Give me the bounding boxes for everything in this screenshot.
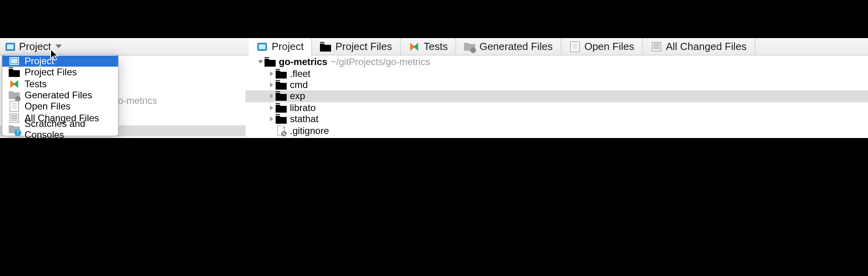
- tests-icon: [409, 41, 420, 52]
- folder-icon: [265, 56, 276, 67]
- left-header: Project: [0, 38, 246, 56]
- tab-label: Project Files: [335, 40, 392, 52]
- dropdown-item-label: Scratches and Consoles: [25, 118, 112, 138]
- dropdown-item[interactable]: Tests: [2, 78, 118, 90]
- tab[interactable]: Tests: [401, 38, 457, 55]
- right-pane: ProjectProject FilesTestsGenerated Files…: [246, 38, 868, 138]
- tab-label: All Changed Files: [666, 40, 746, 52]
- folder-icon: [276, 102, 287, 113]
- view-tabs: ProjectProject FilesTestsGenerated Files…: [249, 38, 755, 55]
- chevron-down-icon: [56, 44, 62, 48]
- caret-right-icon[interactable]: [268, 70, 276, 77]
- folder-icon: [9, 67, 20, 78]
- caret-right-icon[interactable]: [268, 82, 276, 88]
- tree-row[interactable]: go-metrics~/gitProjects/go-metrics: [246, 56, 868, 68]
- yml-file-icon: YML: [276, 136, 287, 138]
- tree-item-label: .fleet: [290, 68, 310, 79]
- folder-icon: [276, 68, 287, 79]
- folder-icon: [276, 79, 287, 90]
- svg-point-1: [470, 47, 476, 53]
- tree-item-label: cmd: [290, 79, 308, 90]
- folder-icon: [276, 91, 287, 102]
- folder-icon: [276, 113, 287, 125]
- dropdown-item-label: Project Files: [25, 67, 77, 78]
- view-selector-label: Project: [19, 40, 51, 52]
- tree-row[interactable]: librato: [246, 102, 868, 113]
- tree-row[interactable]: exp: [246, 90, 868, 102]
- tree-row[interactable]: cmd: [246, 79, 868, 91]
- dropdown-item-label: Tests: [25, 78, 47, 89]
- project-icon: [9, 56, 20, 67]
- dropdown-item[interactable]: Open Files: [2, 101, 118, 112]
- dropdown-item[interactable]: Generated Files: [2, 90, 118, 101]
- scratches-icon: [9, 124, 20, 135]
- caret-right-icon[interactable]: [268, 93, 276, 100]
- dropdown-item-label: Open Files: [25, 101, 70, 112]
- tab[interactable]: Project: [249, 38, 312, 56]
- tab-label: Tests: [424, 40, 448, 52]
- project-icon: [257, 41, 268, 52]
- changed-files-icon: [9, 112, 20, 123]
- tree-row[interactable]: .fleet: [246, 68, 868, 79]
- tree-item-path: ~/gitProjects/go-metrics: [331, 56, 430, 67]
- tab[interactable]: Generated Files: [457, 38, 562, 55]
- caret-down-icon[interactable]: [257, 59, 265, 65]
- dropdown-item[interactable]: Project Files: [2, 67, 118, 79]
- tab-label: Project: [272, 40, 304, 52]
- tab[interactable]: All Changed Files: [643, 38, 755, 55]
- mouse-cursor: [50, 48, 61, 63]
- tab[interactable]: Project Files: [312, 38, 401, 55]
- right-tree: go-metrics~/gitProjects/go-metrics.fleet…: [246, 56, 868, 138]
- dropdown-item-label: Generated Files: [25, 90, 92, 101]
- view-selector-dropdown: ProjectProject FilesTestsGenerated Files…: [2, 54, 119, 136]
- caret-right-icon[interactable]: [268, 105, 276, 111]
- tab-label: Open Files: [584, 40, 634, 52]
- tree-item-label: go-metrics: [279, 56, 327, 67]
- open-files-icon: [9, 101, 20, 112]
- tree-item-label: librato: [290, 102, 316, 113]
- tree-item-label: stathat: [290, 113, 318, 125]
- right-header: ProjectProject FilesTestsGenerated Files…: [246, 38, 868, 56]
- tree-row[interactable]: YML.travis.yml: [246, 136, 868, 138]
- tree-row[interactable]: .gitignore: [246, 125, 868, 136]
- open-files-icon: [569, 41, 581, 52]
- tests-icon: [9, 78, 20, 89]
- tree-row[interactable]: stathat: [246, 113, 868, 125]
- tab[interactable]: Open Files: [562, 38, 643, 55]
- dropdown-item[interactable]: Scratches and Consoles: [2, 124, 118, 135]
- folder-icon: [320, 41, 331, 52]
- generated-files-icon: [9, 90, 20, 101]
- root-path-fragment: o-metrics: [118, 95, 157, 106]
- generated-files-icon: [464, 41, 476, 52]
- tab-label: Generated Files: [480, 40, 553, 52]
- tree-item-label: exp: [290, 91, 305, 102]
- tree-item-label: .travis.yml: [290, 136, 333, 138]
- project-icon: [5, 41, 16, 52]
- gitignore-file-icon: [276, 125, 287, 136]
- changed-files-icon: [651, 41, 662, 52]
- caret-right-icon[interactable]: [268, 116, 276, 122]
- tree-item-label: .gitignore: [290, 125, 329, 136]
